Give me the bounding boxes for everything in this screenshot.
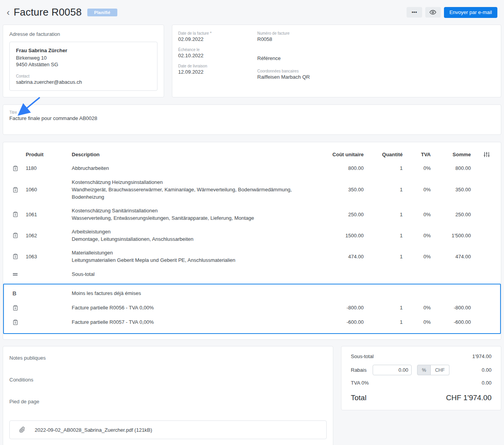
contact-email: sabrina.zuercher@abacus.ch bbox=[16, 79, 151, 85]
line-quantity: 1 bbox=[364, 305, 403, 311]
delivery-date-value: 12.09.2022 bbox=[178, 69, 257, 75]
subtotal-row[interactable]: Sous-total bbox=[12, 267, 492, 281]
line-vat: 0% bbox=[403, 319, 431, 325]
attachment-item[interactable]: 2022-09-02_AB0028_Sabrina_Zuercher.pdf (… bbox=[9, 420, 327, 439]
due-date-field[interactable]: Échéance le 02.10.2022 bbox=[178, 48, 257, 58]
topbar-actions: ••• Envoyer par e-mail bbox=[407, 7, 497, 18]
line-product-code: 1060 bbox=[26, 187, 72, 192]
clipboard-icon[interactable] bbox=[12, 187, 18, 193]
paperclip-icon bbox=[19, 427, 25, 433]
header-product: Produit bbox=[26, 152, 72, 157]
table-row[interactable]: 1063 MaterialleistungenLeitungsmateriali… bbox=[12, 246, 492, 267]
line-unit-cost: 250.00 bbox=[318, 212, 364, 217]
invoice-number-field[interactable]: Numéro de facture R0058 bbox=[257, 31, 495, 42]
line-description-title: Kostenschätzung Sanitärinstallationen bbox=[72, 207, 318, 214]
billing-address-card: Adresse de facturation Frau Sabrina Zürc… bbox=[3, 25, 164, 97]
bank-details-label: Coordonnées bancaires bbox=[257, 69, 495, 73]
top-cards-row: Adresse de facturation Frau Sabrina Zürc… bbox=[3, 25, 501, 97]
line-quantity: 1 bbox=[364, 233, 403, 238]
discount-chf-button[interactable]: CHF bbox=[431, 365, 449, 375]
invoice-title-card[interactable]: Titre Facture finale pour commande AB002… bbox=[3, 104, 501, 135]
header-vat: TVA bbox=[403, 152, 431, 157]
line-quantity: 1 bbox=[364, 187, 403, 192]
partial-invoice-title: Facture partielle R0056 - TVA 0,00% bbox=[72, 305, 318, 311]
bank-details-field[interactable]: Coordonnées bancaires Raiffeisen Marbach… bbox=[257, 69, 495, 80]
deduction-text-row[interactable]: B Moins les factures déjà émises bbox=[12, 286, 492, 300]
table-row[interactable]: 1062 ArbeitsleistungenDemontage, Leitung… bbox=[12, 225, 492, 246]
text-block-icon[interactable]: B bbox=[12, 290, 16, 297]
subtotal-label: Sous-total bbox=[351, 353, 374, 359]
invoice-page: ‹ Facture R0058 Planifié ••• Envoyer par… bbox=[0, 0, 504, 445]
line-quantity: 1 bbox=[364, 319, 403, 325]
reference-field[interactable]: Référence bbox=[257, 55, 495, 61]
delivery-date-field[interactable]: Date de livraison 12.09.2022 bbox=[178, 64, 257, 75]
send-email-button[interactable]: Envoyer par e-mail bbox=[444, 7, 497, 18]
subtotal-icon[interactable] bbox=[12, 272, 18, 276]
vat-value: 0.00 bbox=[482, 380, 492, 386]
invoice-meta-grid: Date de la facture * 02.09.2022 Échéance… bbox=[178, 31, 495, 85]
conditions-field[interactable]: Conditions bbox=[9, 377, 327, 383]
line-description-title: Arbeitsleistungen bbox=[72, 228, 318, 235]
line-sum: -800.00 bbox=[431, 305, 471, 311]
clipboard-icon[interactable] bbox=[12, 232, 18, 238]
bottom-cards-row: Notes publiques Conditions Pied de page … bbox=[3, 346, 501, 445]
table-row[interactable]: 1060 Kostenschätzung Heizungsinstallatio… bbox=[12, 175, 492, 204]
table-row[interactable]: 1180 Abbrucharbeiten 800.00 1 0% 800.00 bbox=[12, 161, 492, 175]
invoice-date-value: 02.09.2022 bbox=[178, 36, 257, 42]
discount-input[interactable] bbox=[373, 365, 412, 375]
reference-label: Référence bbox=[257, 55, 495, 61]
deduction-title: Moins les factures déjà émises bbox=[72, 290, 318, 296]
line-description-title: Materialleistungen bbox=[72, 249, 318, 256]
footer-field[interactable]: Pied de page bbox=[9, 399, 327, 404]
line-items-card: Produit Description Coût unitaire Quanti… bbox=[3, 142, 501, 340]
vat-line: TVA 0% 0.00 bbox=[351, 380, 492, 386]
line-sum: 1'500.00 bbox=[431, 233, 471, 238]
clipboard-icon[interactable] bbox=[12, 165, 18, 171]
line-description-detail: Wasserverteilung, Entwässerungsleitungen… bbox=[72, 214, 318, 222]
line-sum: 350.00 bbox=[431, 187, 471, 192]
clipboard-icon[interactable] bbox=[12, 319, 18, 325]
line-sum: 800.00 bbox=[431, 165, 471, 171]
clipboard-icon[interactable] bbox=[12, 211, 18, 217]
contact-label: Contact bbox=[16, 74, 151, 78]
line-product-code: 1062 bbox=[26, 233, 72, 238]
line-quantity: 1 bbox=[364, 212, 403, 217]
line-product-code: 1063 bbox=[26, 254, 72, 260]
subtotal-value: 1'974.00 bbox=[472, 353, 492, 359]
vat-label: TVA 0% bbox=[351, 380, 369, 386]
totals-card: Sous-total 1'974.00 Rabais % CHF 0.00 TV… bbox=[341, 346, 501, 410]
page-title: Facture R0058 bbox=[14, 6, 82, 18]
table-row[interactable]: 1061 Kostenschätzung Sanitärinstallation… bbox=[12, 204, 492, 225]
line-product-code: 1180 bbox=[26, 165, 72, 171]
invoice-title-label: Titre bbox=[9, 110, 495, 115]
grand-total-value: CHF 1'974.00 bbox=[446, 394, 492, 402]
line-quantity: 1 bbox=[364, 254, 403, 260]
partial-invoice-row[interactable]: Facture partielle R0056 - TVA 0,00% -800… bbox=[12, 300, 492, 315]
more-options-button[interactable]: ••• bbox=[407, 7, 422, 18]
line-unit-cost: 474.00 bbox=[318, 254, 364, 260]
discount-percent-button[interactable]: % bbox=[417, 365, 431, 375]
contact-street: Birkenweg 10 bbox=[16, 55, 151, 61]
eye-icon bbox=[430, 9, 436, 16]
public-notes-field[interactable]: Notes publiques bbox=[9, 355, 327, 361]
clipboard-icon[interactable] bbox=[12, 253, 18, 260]
line-sum: 474.00 bbox=[431, 254, 471, 260]
partial-invoice-row[interactable]: Facture partielle R0057 - TVA 0,00% -600… bbox=[12, 315, 492, 329]
column-settings-icon[interactable] bbox=[483, 151, 490, 158]
line-description-detail: Wandheizgerät, Brauchwassererwärmer, Kam… bbox=[72, 186, 318, 201]
billing-address-label: Adresse de facturation bbox=[9, 31, 157, 37]
invoice-number-label: Numéro de facture bbox=[257, 31, 495, 35]
topbar: ‹ Facture R0058 Planifié ••• Envoyer par… bbox=[3, 3, 501, 25]
line-unit-cost: 800.00 bbox=[318, 165, 364, 171]
line-unit-cost: 1500.00 bbox=[318, 233, 364, 238]
back-button[interactable]: ‹ bbox=[7, 8, 10, 17]
invoice-date-label: Date de la facture * bbox=[178, 31, 257, 35]
line-vat: 0% bbox=[403, 212, 431, 217]
line-description-detail: Leitungsmaterialien Geberit Mepla und Ge… bbox=[72, 256, 318, 264]
preview-button[interactable] bbox=[425, 7, 441, 18]
partial-invoice-title: Facture partielle R0057 - TVA 0,00% bbox=[72, 319, 318, 325]
clipboard-icon[interactable] bbox=[12, 305, 18, 311]
billing-address-box[interactable]: Frau Sabrina Zürcher Birkenweg 10 9450 A… bbox=[9, 42, 157, 91]
invoice-date-field[interactable]: Date de la facture * 02.09.2022 bbox=[178, 31, 257, 42]
line-quantity: 1 bbox=[364, 165, 403, 171]
